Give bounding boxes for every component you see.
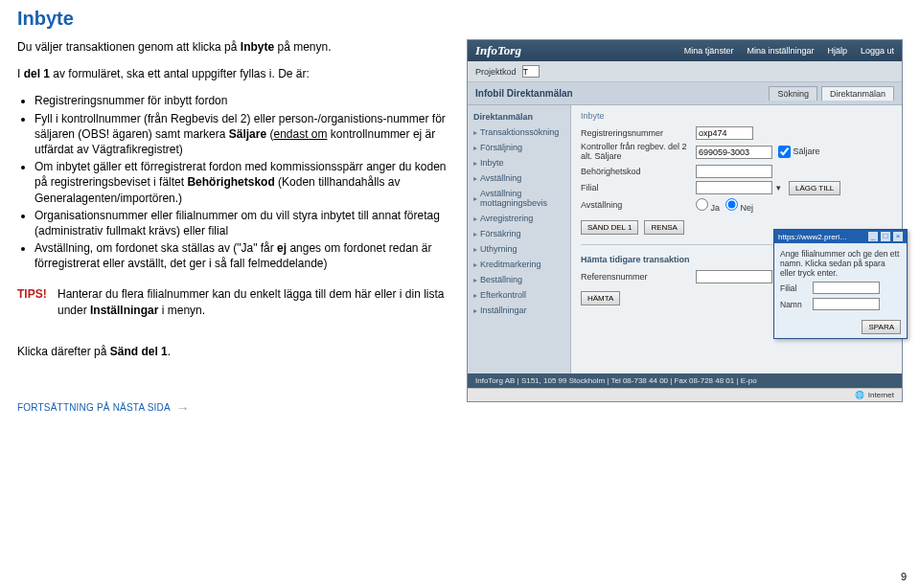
projektkod-label: Projektkod [475, 67, 517, 77]
page-number: 9 [901, 571, 907, 582]
tips-b: Inställningar [90, 304, 158, 317]
filial-popup: https://www2.prerl… _ □ × Ange filialnum… [773, 229, 908, 339]
avstallning-label: Avställning [581, 200, 696, 210]
click-instruction: Klicka därefter på Sänd del 1. [17, 345, 453, 358]
radio-nej-wrap[interactable]: Nej [725, 198, 753, 213]
saljare-checkbox[interactable] [778, 146, 791, 158]
radio-nej-label: Nej [741, 203, 754, 213]
intro-1c: på menyn. [274, 40, 331, 54]
panel-title: Infobil Direktanmälan [475, 88, 573, 99]
arrow-right-icon: → [176, 400, 190, 416]
popup-spara-button[interactable]: SPARA [862, 320, 901, 334]
sidebar-item-avstallning[interactable]: Avställning [468, 170, 570, 186]
saljare-label: Säljare [794, 147, 820, 156]
projektkod-input[interactable] [522, 65, 540, 78]
popup-min-icon[interactable]: _ [868, 232, 878, 241]
rensa-button[interactable]: RENSA [644, 220, 684, 235]
regnr-input[interactable] [696, 126, 753, 140]
radio-ja-label: Ja [711, 203, 721, 213]
bullet-list: Registreringsnummer för inbytt fordon Fy… [17, 93, 453, 271]
continue-note: FORTSÄTTNING PÅ NÄSTA SIDA → [17, 400, 453, 416]
behorig-input[interactable] [696, 165, 772, 178]
app-logo: InfoTorg [475, 43, 671, 58]
intro-2b: del 1 [24, 67, 50, 80]
click-c: . [168, 345, 171, 358]
click-b: Sänd del 1 [110, 345, 168, 358]
topnav-tjanster[interactable]: Mina tjänster [684, 46, 734, 56]
sidebar-item-avregistrering[interactable]: Avregistrering [468, 211, 570, 226]
tips-label: TIPS! [17, 286, 58, 317]
lagg-till-button[interactable]: LÄGG TILL [789, 181, 840, 195]
intro-2a: I [17, 67, 24, 80]
radio-ja[interactable] [696, 198, 708, 211]
sidebar: Direktanmälan Transaktionssökning Försäl… [468, 105, 571, 373]
tips-text: Hanterar du flera filialnummer kan du en… [58, 286, 453, 317]
saljare-checkbox-wrap[interactable]: Säljare [778, 146, 820, 158]
topnav-installningar[interactable]: Mina inställningar [747, 46, 814, 56]
b5b: ej [277, 241, 287, 255]
status-text: Internet [868, 391, 894, 399]
hamta-button[interactable]: HÄMTA [581, 291, 620, 305]
sidebar-item-inbyte[interactable]: Inbyte [468, 155, 570, 170]
intro-line-1: Du väljer transaktionen genom att klicka… [17, 39, 453, 55]
tab-sokning[interactable]: Sökning [769, 86, 817, 101]
dropdown-icon[interactable]: ▾ [776, 183, 781, 192]
app-footer: InfoTorg AB | S151, 105 99 Stockholm | T… [468, 373, 902, 388]
filial-label: Filial [581, 183, 696, 192]
bullet-4: Organisationsnummer eller filialnummer o… [34, 208, 453, 238]
b2d: endast om [273, 127, 327, 141]
popup-namn-input[interactable] [813, 298, 880, 310]
crumb-inbyte: Inbyte [581, 111, 892, 121]
radio-ja-wrap[interactable]: Ja [696, 198, 720, 213]
sidebar-item-bestallning[interactable]: Beställning [468, 272, 570, 287]
sidebar-item-forsaljning[interactable]: Försäljning [468, 140, 570, 155]
bullet-3: Om inbytet gäller ett förregistrerat for… [34, 159, 453, 206]
topnav-hjalp[interactable]: Hjälp [827, 46, 847, 56]
page-title: Inbyte [17, 8, 903, 30]
popup-namn-label: Namn [780, 300, 809, 309]
regnr-label: Registreringsnummer [581, 128, 696, 138]
globe-icon: 🌐 [855, 391, 864, 399]
topnav-loggaut[interactable]: Logga ut [861, 46, 894, 56]
intro-2c: av formuläret, ska ett antal uppgifter f… [50, 67, 310, 80]
tab-direktanmalan[interactable]: Direktanmälan [821, 86, 894, 101]
sidebar-item-uthyrning[interactable]: Uthyrning [468, 241, 570, 257]
bullet-1: Registreringsnummer för inbytt fordon [34, 93, 453, 108]
main-form: Inbyte Registreringsnummer Kontroller fr… [571, 105, 902, 373]
intro-line-2: I del 1 av formuläret, ska ett antal upp… [17, 66, 453, 81]
sidebar-item-forsakring[interactable]: Försäkring [468, 226, 570, 241]
b5a: Avställning, om fordonet ska ställas av … [34, 241, 277, 255]
radio-nej[interactable] [725, 198, 738, 211]
app-topbar: InfoTorg Mina tjänster Mina inställninga… [468, 40, 902, 61]
kontroller-input[interactable] [696, 146, 772, 159]
sidebar-header: Direktanmälan [468, 109, 570, 124]
sidebar-item-efterkontroll[interactable]: Efterkontroll [468, 287, 570, 303]
screenshot-panel: InfoTorg Mina tjänster Mina inställninga… [467, 39, 903, 416]
sidebar-item-transaktionssokning[interactable]: Transaktionssökning [468, 124, 570, 140]
popup-url: https://www2.prerl… [778, 233, 865, 241]
kontroller-label: Kontroller från regbev. del 2 alt. Sälja… [581, 143, 696, 162]
filial-input[interactable] [696, 181, 772, 194]
bullet-5: Avställning, om fordonet ska ställas av … [34, 240, 453, 271]
popup-text: Ange filialnummer och ge den ett namn. K… [780, 249, 901, 278]
popup-filial-input[interactable] [813, 282, 880, 294]
tips-block: TIPS! Hanterar du flera filialnummer kan… [17, 286, 453, 317]
popup-close-icon[interactable]: × [893, 232, 903, 241]
tips-c: i menyn. [158, 304, 205, 317]
continue-text: FORTSÄTTNING PÅ NÄSTA SIDA [17, 402, 171, 413]
content-column: Du väljer transaktionen genom att klicka… [17, 39, 453, 416]
intro-1a: Du väljer transaktionen genom att klicka… [17, 40, 241, 54]
sidebar-item-installningar[interactable]: Inställningar [468, 303, 570, 318]
popup-filial-label: Filial [780, 283, 809, 293]
click-a: Klicka därefter på [17, 345, 110, 358]
intro-1b: Inbyte [241, 40, 274, 54]
refnr-input[interactable] [696, 270, 772, 283]
sidebar-item-avstallning-mottag[interactable]: Avställning mottagningsbevis [468, 186, 570, 211]
sidebar-item-kreditmarkering[interactable]: Kreditmarkering [468, 257, 570, 272]
bullet-2: Fyll i kontrollnummer (från Regbevis del… [34, 111, 453, 158]
send-del1-button[interactable]: SÄND DEL 1 [581, 220, 638, 235]
popup-max-icon[interactable]: □ [881, 232, 890, 241]
b2b: Säljare [229, 127, 266, 141]
behorig-label: Behörighetskod [581, 167, 696, 176]
refnr-label: Referensnummer [581, 272, 696, 282]
